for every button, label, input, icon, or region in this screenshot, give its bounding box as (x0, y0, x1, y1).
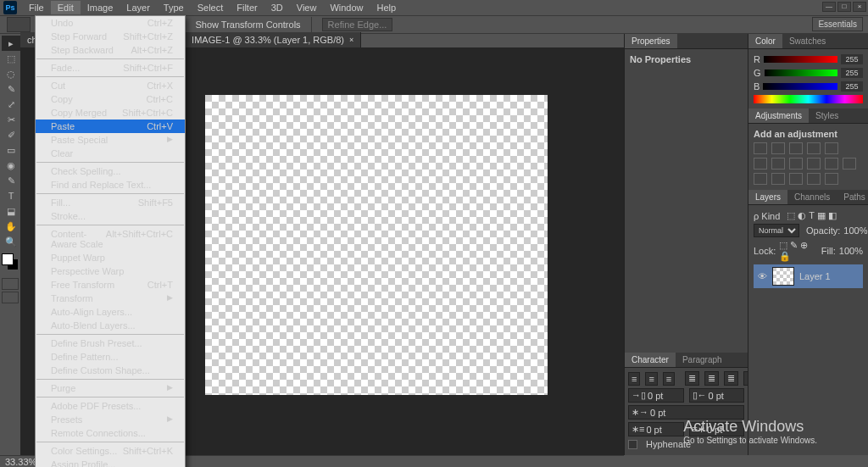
r-slider[interactable] (764, 56, 837, 63)
menu-select[interactable]: Select (191, 1, 231, 14)
menu-item-step-forward[interactable]: Step ForwardShift+Ctrl+Z (36, 30, 185, 43)
visibility-icon[interactable]: 👁 (757, 271, 767, 281)
menu-layer[interactable]: Layer (120, 1, 157, 14)
opacity-value[interactable]: 100% (843, 225, 867, 236)
indent-first[interactable]: ∗→ 0 pt (628, 405, 744, 420)
menu-window[interactable]: Window (323, 1, 370, 14)
document-tab-1[interactable]: IMAGE-1 @ 33.3% (Layer 1, RGB/8)× (185, 32, 361, 47)
tool-13[interactable]: 🔍 (2, 234, 20, 249)
tool-preset-icon[interactable] (7, 17, 31, 32)
align-left[interactable]: ≡ (628, 372, 640, 386)
indent-left[interactable]: →▯ 0 pt (628, 388, 684, 403)
tool-5[interactable]: ✂ (2, 112, 20, 127)
menu-image[interactable]: Image (81, 1, 120, 14)
menu-item-cut[interactable]: CutCtrl+X (36, 79, 185, 92)
b-slider[interactable] (763, 83, 837, 90)
menu-type[interactable]: Type (157, 1, 191, 14)
paragraph-tab[interactable]: Paragraph (676, 353, 729, 367)
photofilter-icon[interactable] (807, 158, 821, 170)
menu-item-adobe-pdf-presets-[interactable]: Adobe PDF Presets... (36, 399, 185, 413)
character-tab[interactable]: Character (625, 353, 676, 367)
tool-8[interactable]: ◉ (2, 158, 20, 173)
channelmixer-icon[interactable] (825, 158, 838, 170)
tool-6[interactable]: ✐ (2, 127, 20, 142)
screenmode-toggle[interactable] (2, 292, 19, 303)
tool-1[interactable]: ⬚ (2, 51, 20, 66)
g-value[interactable]: 255 (841, 68, 863, 78)
hue-icon[interactable] (754, 158, 767, 170)
close-button[interactable]: × (853, 2, 866, 12)
minimize-button[interactable]: — (822, 2, 836, 12)
channels-tab[interactable]: Channels (787, 190, 837, 204)
workspace-switcher[interactable]: Essentials (812, 17, 863, 31)
menu-item-color-settings-[interactable]: Color Settings...Shift+Ctrl+K (36, 444, 185, 458)
space-after[interactable]: ≡∗ 0 pt (689, 422, 745, 436)
gradientmap-icon[interactable] (807, 173, 821, 185)
tool-11[interactable]: ⬓ (2, 203, 20, 219)
tool-9[interactable]: ✎ (2, 173, 20, 188)
menu-item-paste-special[interactable]: Paste Special▶ (36, 133, 185, 147)
quickmask-toggle[interactable] (2, 278, 19, 290)
threshold-icon[interactable] (789, 173, 803, 185)
menu-item-content-aware-scale[interactable]: Content-Aware ScaleAlt+Shift+Ctrl+C (36, 227, 185, 251)
justify-2[interactable]: ≣ (704, 371, 719, 386)
menu-item-define-brush-preset-[interactable]: Define Brush Preset... (36, 336, 185, 350)
tool-4[interactable]: ⤢ (2, 97, 20, 112)
colorlookup-icon[interactable] (843, 158, 856, 170)
hyphenate-checkbox[interactable] (628, 440, 637, 449)
menu-item-copy-merged[interactable]: Copy MergedShift+Ctrl+C (36, 106, 185, 120)
invert-icon[interactable] (754, 173, 767, 185)
selective-icon[interactable] (825, 173, 838, 185)
menu-item-fill-[interactable]: Fill...Shift+F5 (36, 196, 185, 209)
swatches-tab[interactable]: Swatches (782, 34, 832, 48)
tool-7[interactable]: ▭ (2, 142, 20, 158)
tool-0[interactable]: ▸ (2, 36, 20, 51)
layers-tab[interactable]: Layers (748, 190, 787, 204)
bw-icon[interactable] (789, 158, 803, 170)
refine-edge-button[interactable]: Refine Edge... (322, 18, 393, 31)
curves-icon[interactable] (789, 142, 803, 154)
menu-filter[interactable]: Filter (230, 1, 264, 14)
adjustments-tab[interactable]: Adjustments (748, 108, 809, 123)
exposure-icon[interactable] (807, 142, 821, 154)
color-tab[interactable]: Color (748, 34, 782, 48)
tool-10[interactable]: T (2, 188, 20, 203)
blend-mode-select[interactable]: Normal (754, 224, 799, 237)
canvas[interactable] (205, 95, 548, 395)
align-center[interactable]: ≡ (645, 372, 657, 386)
tool-2[interactable]: ◌ (2, 66, 20, 81)
brightness-icon[interactable] (754, 142, 767, 154)
menu-help[interactable]: Help (370, 1, 403, 14)
menu-file[interactable]: File (22, 1, 51, 14)
foreground-color[interactable] (2, 253, 14, 265)
vibrance-icon[interactable] (825, 142, 838, 154)
menu-item-free-transform[interactable]: Free TransformCtrl+T (36, 278, 185, 292)
menu-item-paste[interactable]: PasteCtrl+V (36, 120, 185, 133)
layer-thumb[interactable] (772, 267, 794, 286)
layer-row[interactable]: 👁 Layer 1 (754, 264, 863, 288)
align-right[interactable]: ≡ (663, 372, 675, 386)
menu-item-presets[interactable]: Presets▶ (36, 413, 185, 426)
r-value[interactable]: 255 (841, 54, 863, 64)
b-value[interactable]: 255 (841, 81, 863, 92)
menu-3d[interactable]: 3D (264, 1, 290, 14)
space-before[interactable]: ∗≡ 0 pt (628, 422, 684, 436)
justify-1[interactable]: ≣ (685, 371, 699, 386)
menu-view[interactable]: View (290, 1, 324, 14)
properties-tab[interactable]: Properties (625, 34, 677, 48)
kind-filter[interactable]: ρ Kind (754, 211, 780, 221)
zoom-level[interactable]: 33.33% (5, 457, 36, 467)
menu-item-step-backward[interactable]: Step BackwardAlt+Ctrl+Z (36, 43, 185, 57)
menu-item-puppet-warp[interactable]: Puppet Warp (36, 251, 185, 264)
tool-3[interactable]: ✎ (2, 81, 20, 97)
tool-12[interactable]: ✋ (2, 219, 20, 234)
levels-icon[interactable] (771, 142, 785, 154)
color-swatches[interactable] (2, 253, 19, 270)
g-slider[interactable] (765, 69, 837, 76)
menu-item-transform[interactable]: Transform▶ (36, 292, 185, 305)
colorbalance-icon[interactable] (771, 158, 785, 170)
menu-item-undo[interactable]: UndoCtrl+Z (36, 16, 185, 30)
restore-button[interactable]: □ (837, 2, 851, 12)
layer-name[interactable]: Layer 1 (799, 271, 831, 281)
menu-item-purge[interactable]: Purge▶ (36, 381, 185, 395)
